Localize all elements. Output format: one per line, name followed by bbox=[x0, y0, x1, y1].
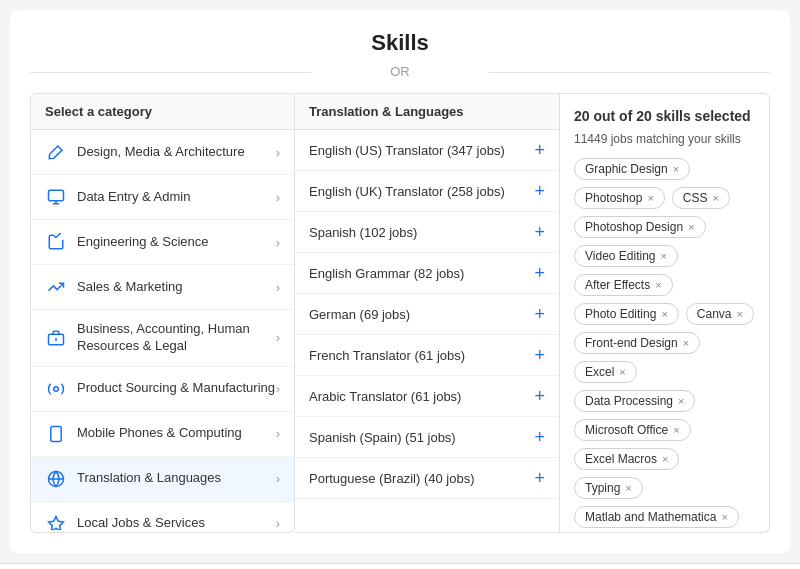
category-label-translation: Translation & Languages bbox=[77, 470, 276, 487]
job-item-arabic[interactable]: Arabic Translator (61 jobs) + bbox=[295, 376, 559, 417]
category-icon-design bbox=[45, 141, 67, 163]
job-label-en-uk: English (UK) Translator (258 jobs) bbox=[309, 184, 505, 199]
job-add-spanish[interactable]: + bbox=[534, 223, 545, 241]
tag-item: Canva× bbox=[686, 303, 754, 325]
chevron-icon-design: › bbox=[276, 145, 280, 160]
job-item-spanish[interactable]: Spanish (102 jobs) + bbox=[295, 212, 559, 253]
tag-label: Photoshop Design bbox=[585, 220, 683, 234]
tag-remove[interactable]: × bbox=[673, 163, 679, 175]
job-item-en-us[interactable]: English (US) Translator (347 jobs) + bbox=[295, 130, 559, 171]
category-icon-sales bbox=[45, 276, 67, 298]
tag-item: Graphic Design× bbox=[574, 158, 690, 180]
category-item-local[interactable]: Local Jobs & Services › bbox=[31, 502, 294, 530]
chevron-icon-sales: › bbox=[276, 280, 280, 295]
category-icon-business bbox=[45, 327, 67, 349]
category-icon-local bbox=[45, 513, 67, 530]
tag-label: Matlab and Mathematica bbox=[585, 510, 716, 524]
category-item-design[interactable]: Design, Media & Architecture › bbox=[31, 130, 294, 175]
tag-remove[interactable]: × bbox=[647, 192, 653, 204]
job-add-en-uk[interactable]: + bbox=[534, 182, 545, 200]
category-item-sales[interactable]: Sales & Marketing › bbox=[31, 265, 294, 310]
job-label-french: French Translator (61 jobs) bbox=[309, 348, 465, 363]
jobs-panel: Translation & Languages English (US) Tra… bbox=[295, 93, 560, 533]
category-item-mobile[interactable]: Mobile Phones & Computing › bbox=[31, 412, 294, 457]
tag-item: After Effects× bbox=[574, 274, 673, 296]
tag-label: Front-end Design bbox=[585, 336, 678, 350]
main-columns: Select a category Design, Media & Archit… bbox=[30, 93, 770, 533]
category-icon-mobile bbox=[45, 423, 67, 445]
tag-item: Excel Macros× bbox=[574, 448, 679, 470]
category-label-engineering: Engineering & Science bbox=[77, 234, 276, 251]
tag-label: Microsoft Office bbox=[585, 423, 668, 437]
job-item-german[interactable]: German (69 jobs) + bbox=[295, 294, 559, 335]
category-item-engineering[interactable]: Engineering & Science › bbox=[31, 220, 294, 265]
jobs-matching: 11449 jobs matching your skills bbox=[574, 132, 755, 146]
tag-remove[interactable]: × bbox=[661, 250, 667, 262]
chevron-icon-engineering: › bbox=[276, 235, 280, 250]
category-label-business: Business, Accounting, Human Resources & … bbox=[77, 321, 276, 355]
job-add-en-grammar[interactable]: + bbox=[534, 264, 545, 282]
chevron-icon-local: › bbox=[276, 516, 280, 530]
category-item-business[interactable]: Business, Accounting, Human Resources & … bbox=[31, 310, 294, 367]
tag-item: Photoshop× bbox=[574, 187, 665, 209]
chevron-icon-business: › bbox=[276, 330, 280, 345]
or-divider: OR bbox=[30, 64, 770, 79]
chevron-icon-data-entry: › bbox=[276, 190, 280, 205]
tag-remove[interactable]: × bbox=[655, 279, 661, 291]
tag-label: Photo Editing bbox=[585, 307, 656, 321]
tag-item: CSS× bbox=[672, 187, 730, 209]
category-icon-product bbox=[45, 378, 67, 400]
tag-label: Excel Macros bbox=[585, 452, 657, 466]
job-add-portuguese[interactable]: + bbox=[534, 469, 545, 487]
tag-remove[interactable]: × bbox=[662, 453, 668, 465]
job-label-arabic: Arabic Translator (61 jobs) bbox=[309, 389, 461, 404]
job-item-en-uk[interactable]: English (UK) Translator (258 jobs) + bbox=[295, 171, 559, 212]
category-panel: Select a category Design, Media & Archit… bbox=[30, 93, 295, 533]
job-label-en-grammar: English Grammar (82 jobs) bbox=[309, 266, 464, 281]
job-item-portuguese[interactable]: Portuguese (Brazil) (40 jobs) + bbox=[295, 458, 559, 499]
tag-remove[interactable]: × bbox=[688, 221, 694, 233]
tag-item: Front-end Design× bbox=[574, 332, 700, 354]
tag-remove[interactable]: × bbox=[737, 308, 743, 320]
job-add-german[interactable]: + bbox=[534, 305, 545, 323]
tag-remove[interactable]: × bbox=[625, 482, 631, 494]
category-item-data-entry[interactable]: Data Entry & Admin › bbox=[31, 175, 294, 220]
category-label-mobile: Mobile Phones & Computing bbox=[77, 425, 276, 442]
category-icon-translation bbox=[45, 468, 67, 490]
job-item-spanish-es[interactable]: Spanish (Spain) (51 jobs) + bbox=[295, 417, 559, 458]
tag-remove[interactable]: × bbox=[673, 424, 679, 436]
category-item-translation[interactable]: Translation & Languages › bbox=[31, 457, 294, 502]
svg-point-5 bbox=[54, 387, 59, 392]
job-add-arabic[interactable]: + bbox=[534, 387, 545, 405]
chevron-icon-product: › bbox=[276, 381, 280, 396]
category-icon-data-entry bbox=[45, 186, 67, 208]
job-label-german: German (69 jobs) bbox=[309, 307, 410, 322]
job-add-en-us[interactable]: + bbox=[534, 141, 545, 159]
job-item-french[interactable]: French Translator (61 jobs) + bbox=[295, 335, 559, 376]
tag-remove[interactable]: × bbox=[661, 308, 667, 320]
tag-remove[interactable]: × bbox=[678, 395, 684, 407]
tag-item: Excel× bbox=[574, 361, 637, 383]
svg-marker-10 bbox=[49, 516, 64, 530]
page-title: Skills bbox=[30, 30, 770, 56]
tag-remove[interactable]: × bbox=[619, 366, 625, 378]
jobs-panel-header: Translation & Languages bbox=[295, 94, 559, 130]
category-item-product[interactable]: Product Sourcing & Manufacturing › bbox=[31, 367, 294, 412]
chevron-icon-mobile: › bbox=[276, 426, 280, 441]
job-label-en-us: English (US) Translator (347 jobs) bbox=[309, 143, 505, 158]
tag-label: Graphic Design bbox=[585, 162, 668, 176]
chevron-icon-translation: › bbox=[276, 471, 280, 486]
tag-remove[interactable]: × bbox=[721, 511, 727, 523]
tag-label: CSS bbox=[683, 191, 708, 205]
tag-remove[interactable]: × bbox=[713, 192, 719, 204]
category-label-local: Local Jobs & Services bbox=[77, 515, 276, 530]
job-add-french[interactable]: + bbox=[534, 346, 545, 364]
tag-item: Photo Editing× bbox=[574, 303, 679, 325]
svg-rect-0 bbox=[49, 190, 64, 201]
tag-item: Matlab and Mathematica× bbox=[574, 506, 739, 528]
job-item-en-grammar[interactable]: English Grammar (82 jobs) + bbox=[295, 253, 559, 294]
tag-item: Microsoft Office× bbox=[574, 419, 691, 441]
job-add-spanish-es[interactable]: + bbox=[534, 428, 545, 446]
category-label-design: Design, Media & Architecture bbox=[77, 144, 276, 161]
tag-remove[interactable]: × bbox=[683, 337, 689, 349]
